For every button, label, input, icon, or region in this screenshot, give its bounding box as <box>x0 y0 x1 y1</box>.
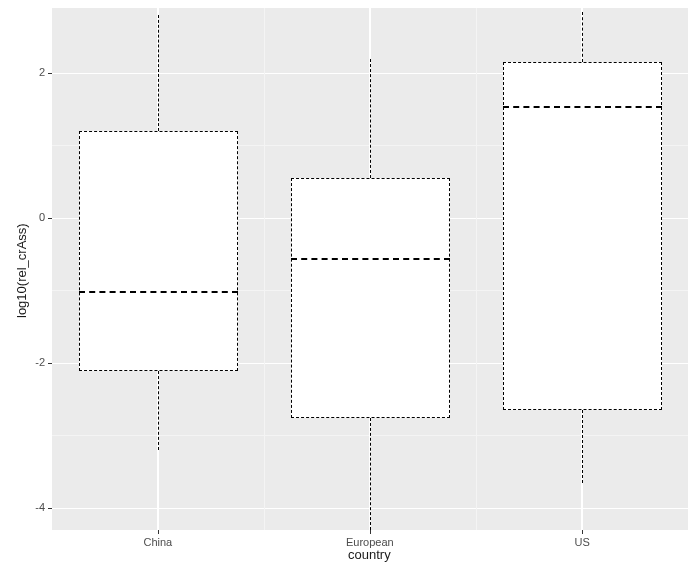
whisker-lower <box>158 371 159 451</box>
boxplot-chart: log10(rel_crAss) country -4-202ChinaEuro… <box>0 0 696 565</box>
y-tick-mark <box>48 218 52 219</box>
y-tick-mark <box>48 363 52 364</box>
x-tick-mark <box>158 530 159 534</box>
x-tick-mark <box>582 530 583 534</box>
whisker-lower <box>370 418 371 530</box>
x-tick-label: China <box>144 536 173 548</box>
x-tick-label: European <box>346 536 394 548</box>
median-line <box>503 106 662 108</box>
y-tick-mark <box>48 508 52 509</box>
x-tick-label: US <box>575 536 590 548</box>
x-axis-title: country <box>348 547 391 562</box>
box-China <box>79 131 238 370</box>
x-tick-mark <box>370 530 371 534</box>
y-axis-title: log10(rel_crAss) <box>14 223 29 318</box>
y-tick-mark <box>48 73 52 74</box>
grid-line-minor <box>476 8 477 530</box>
whisker-upper <box>582 12 583 63</box>
median-line <box>79 291 238 293</box>
whisker-upper <box>158 15 159 131</box>
box-European <box>291 178 450 417</box>
whisker-lower <box>582 410 583 483</box>
whisker-upper <box>370 59 371 179</box>
grid-line-minor <box>264 8 265 530</box>
y-tick-label: -2 <box>35 356 45 368</box>
y-tick-label: -4 <box>35 501 45 513</box>
median-line <box>291 258 450 260</box>
box-US <box>503 62 662 410</box>
y-tick-label: 2 <box>39 66 45 78</box>
y-tick-label: 0 <box>39 211 45 223</box>
